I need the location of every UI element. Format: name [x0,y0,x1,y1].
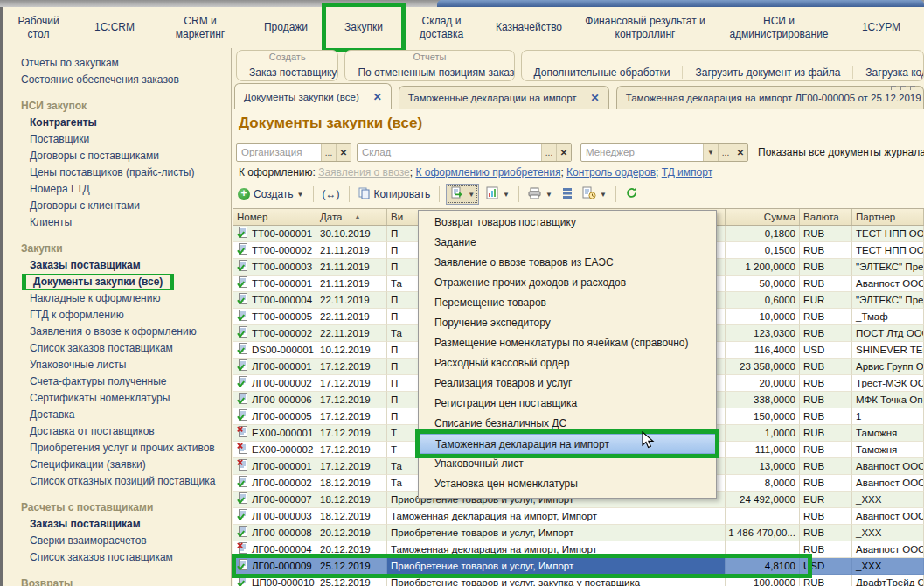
sidebar-item[interactable]: Спецификации (заявки) [3,457,231,473]
ribbon-command[interactable]: Загрузка кодов ТН [852,66,924,79]
list-settings-button[interactable] [559,185,575,204]
sidebar-item[interactable]: Отчеты по закупкам [3,55,231,72]
sidebar-item[interactable]: Доставка [3,407,231,423]
table-row[interactable]: ЦП00-00001025.12.2019Приобретение товаро… [233,575,924,586]
section-tab-2[interactable]: 1С:CRM [74,7,155,48]
menu-item-9[interactable]: Реализация товаров и услуг [419,373,716,394]
filter-2[interactable]: Склад...✕ [357,143,572,162]
sidebar-item[interactable]: Упаковочные листы [3,357,231,373]
match-button[interactable]: (↔) [320,186,343,202]
ribbon-command[interactable]: Дополнительные обработки [522,66,683,79]
sidebar-item[interactable]: Счета-фактуры полученные [3,373,231,390]
reports-button[interactable]: ▼ [483,185,512,204]
sidebar-item[interactable]: Состояние обеспечения заказов [3,72,231,88]
section-tab-8[interactable]: Финансовый результат и контроллинг [576,7,714,48]
copy-button[interactable]: Копировать [356,185,434,204]
ribbon-command[interactable]: Заказ поставщику [237,66,338,79]
filter-3[interactable]: Менеджер▼...✕ [580,143,748,162]
sidebar-item[interactable]: Накладные к оформлению [3,290,231,307]
document-number: ЛГ00-000009 [252,561,312,571]
refresh-button[interactable] [622,185,641,204]
table-row[interactable]: ЛГ00-00000820.12.2019Приобретение товаро… [233,525,924,541]
clear-icon[interactable]: ✕ [556,144,571,161]
choose-icon[interactable]: ... [541,144,556,161]
document-tab-2[interactable]: Таможенные декларации на импорт✕ [399,86,609,109]
sidebar-item[interactable]: Договоры с поставщиками [3,148,231,164]
quick-link-1[interactable]: Заявления о ввозе [318,166,410,178]
menu-item-5[interactable]: Перемещение товаров [419,293,716,313]
filter-1[interactable]: Организация...✕ [236,143,351,162]
sidebar-item[interactable]: Заказы поставщикам [3,257,231,274]
sidebar-item[interactable]: Поставщики [3,131,231,148]
section-tab-1[interactable]: Рабочий стол [3,7,74,48]
sidebar-item[interactable]: Договоры с клиентами [3,198,231,214]
menu-item-6[interactable]: Поручение экспедитору [419,313,716,333]
sidebar-item[interactable]: Клиенты [3,214,231,231]
section-tab-4[interactable]: Продажи [246,7,326,48]
section-tab-3[interactable]: CRM и маркетинг [155,7,246,48]
close-icon[interactable]: ✕ [591,92,600,104]
sidebar-item[interactable]: ГТД к оформлению [3,307,231,324]
create-button[interactable]: + Создать ▼ [235,186,307,202]
chevron-down-icon[interactable]: ▼ [703,144,718,161]
sidebar-item[interactable]: Список заказов поставщикам [3,549,231,566]
clear-icon[interactable]: ✕ [733,144,747,161]
column-header-5[interactable]: Валюта [800,209,852,225]
table-row[interactable]: ЛГ00-00000420.12.2019Таможенная декларац… [233,541,924,558]
column-header-1[interactable]: Номер [233,209,316,225]
document-number: ЦП00-000010 [252,577,315,586]
column-header-6[interactable]: Партнер [852,209,924,225]
sidebar-item[interactable]: Заказы поставщикам [3,516,231,533]
document-tab-3[interactable]: Таможенная декларация на импорт ЛГ00-000… [616,86,924,109]
ribbon-command[interactable]: По отмененным позициям заказа [345,66,514,79]
document-tab-1[interactable]: Документы закупки (все)✕ [234,83,392,109]
section-tab-10[interactable]: 1С:УРМ [844,7,919,48]
section-tab-9[interactable]: НСИ и администрирование [714,7,844,48]
quick-link-3[interactable]: Контроль ордеров [566,166,656,178]
quick-link-2[interactable]: К оформлению приобретения [415,166,560,178]
sidebar-item[interactable]: Документы закупки (все) [3,274,231,290]
ribbon-command[interactable]: Загрузить документ из файла [682,66,852,79]
menu-item-14[interactable]: Установка цен номенклатуры [419,474,716,494]
menu-item-2[interactable]: Задание [419,233,716,253]
column-header-2[interactable]: Дата▲ [316,209,387,225]
sidebar-item[interactable]: Контрагенты [3,115,231,131]
clear-icon[interactable]: ✕ [336,144,351,161]
table-row[interactable]: ЛГ00-00000925.12.2019Приобретение товаро… [233,558,924,575]
menu-item-8[interactable]: Расходный кассовый ордер [419,353,716,373]
sidebar-item[interactable]: Цены поставщиков (прайс-листы) [3,164,231,181]
quick-link-4[interactable]: ТД импорт [662,166,712,178]
section-tab-5[interactable]: Закупки [326,7,401,48]
sidebar-item[interactable]: Номера ГТД [3,181,231,198]
sidebar-item[interactable]: Приобретения услуг и прочих активов [3,440,231,457]
document-partner-cell: _ХХХ [852,525,924,541]
table-row[interactable]: ЛГ00-00000318.12.2019Таможенная декларац… [233,508,924,525]
menu-item-4[interactable]: Отражение прочих доходов и расходов [419,273,716,293]
menu-item-1[interactable]: Возврат товаров поставщику [419,213,716,233]
toolbar-separator [439,186,440,202]
sidebar-item[interactable]: Сертификаты номенклатуры [3,390,231,407]
sidebar-item[interactable]: Доставка от поставщиков [3,423,231,440]
panel-controls-icon[interactable] [891,86,915,90]
sidebar-item[interactable]: Список заказов поставщикам [3,340,231,357]
column-header-4[interactable]: Сумма [726,209,800,225]
sidebar-item[interactable]: Сверки взаиморасчетов [3,533,231,549]
menu-item-7[interactable]: Размещение номенклатуры по ячейкам (спра… [419,333,716,353]
document-journal-button[interactable]: ▼ [580,185,609,204]
section-tab-7[interactable]: Казначейство [482,7,576,48]
sidebar-item-label: Заказы поставщикам [26,518,144,530]
sidebar-item[interactable]: Заявления о ввозе к оформлению [3,324,231,340]
close-icon[interactable]: ✕ [373,91,382,103]
choose-icon[interactable]: ... [718,144,733,161]
create-based-on-button[interactable]: ▼ [446,184,479,205]
print-button[interactable]: ▼ [525,185,555,204]
menu-item-3[interactable]: Заявление о ввозе товаров из ЕАЭС [419,253,716,273]
menu-item-12[interactable]: Таможенная декларация на импорт [420,434,715,454]
sidebar-item[interactable]: Список отказных позиций поставщика [3,473,231,490]
menu-item-10[interactable]: Регистрация цен поставщика [419,394,716,414]
menu-item-11[interactable]: Списание безналичных ДС [419,414,716,434]
section-tab-6[interactable]: Склад и доставка [401,7,482,48]
posted-doc-icon [237,293,252,307]
menu-item-13[interactable]: Упаковочный лист [419,454,716,474]
choose-icon[interactable]: ... [321,144,336,161]
